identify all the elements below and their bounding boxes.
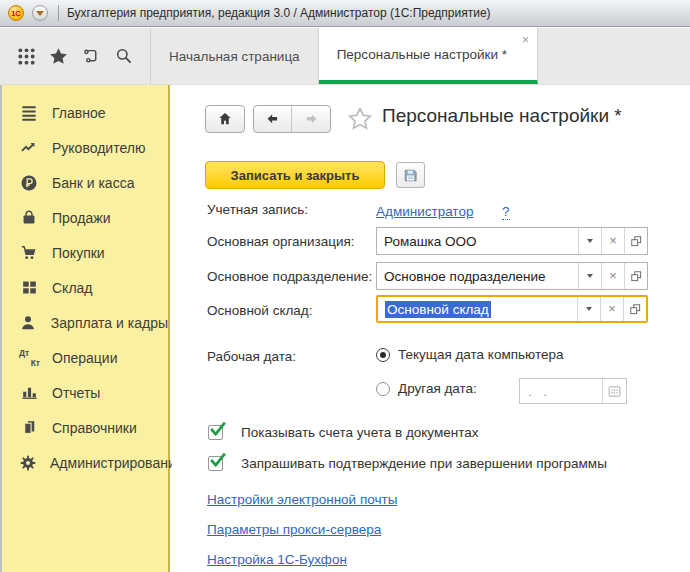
tab-personal-settings[interactable]: Персональные настройки * × bbox=[319, 28, 538, 84]
back-arrow-icon bbox=[264, 111, 281, 128]
organization-field[interactable]: Ромашка ООО × bbox=[376, 227, 648, 255]
trend-chart-icon bbox=[18, 137, 40, 159]
shopping-cart-icon bbox=[18, 242, 40, 264]
clear-icon: × bbox=[608, 304, 616, 314]
account-link[interactable]: Администратор bbox=[376, 202, 473, 220]
gear-icon bbox=[18, 452, 38, 474]
tab-bar: Начальная страница Персональные настройк… bbox=[0, 28, 690, 85]
other-date-field[interactable]: . . bbox=[519, 378, 627, 404]
sidebar-item-administration[interactable]: Администрирование bbox=[2, 445, 168, 480]
titlebar-divider bbox=[58, 5, 59, 21]
ruble-circle-icon bbox=[18, 172, 40, 194]
sidebar-item-label: Продажи bbox=[52, 210, 110, 226]
bar-chart-icon bbox=[18, 382, 40, 404]
personal-settings-form: Персональные настройки * Записать и закр… bbox=[172, 85, 690, 572]
sidebar-item-directories[interactable]: Справочники bbox=[2, 410, 168, 445]
department-field[interactable]: Основное подразделение × bbox=[376, 262, 648, 290]
sidebar-item-reports[interactable]: Отчеты bbox=[2, 375, 168, 410]
page-title: Персональные настройки * bbox=[382, 105, 622, 127]
sidebar-item-label: Банк и касса bbox=[52, 175, 134, 191]
chevron-down-icon bbox=[36, 11, 44, 16]
proxy-settings-link[interactable]: Параметры прокси-сервера bbox=[207, 520, 381, 538]
help-link[interactable]: ? bbox=[502, 202, 510, 220]
clear-button[interactable]: × bbox=[600, 297, 623, 321]
sections-sidebar: Главное Руководителю Банк и касса Продаж… bbox=[2, 85, 170, 572]
organization-value: Ромашка ООО bbox=[377, 228, 578, 254]
open-icon bbox=[629, 303, 642, 316]
sidebar-item-bank-cash[interactable]: Банк и касса bbox=[2, 165, 168, 200]
person-icon bbox=[18, 312, 39, 334]
tab-label: Начальная страница bbox=[169, 49, 300, 64]
sidebar-item-label: Руководителю bbox=[52, 140, 145, 156]
floppy-icon bbox=[402, 167, 419, 184]
radio-icon bbox=[376, 382, 390, 396]
forward-button[interactable] bbox=[292, 106, 330, 132]
sidebar-item-label: Склад bbox=[52, 280, 93, 296]
shopping-bag-icon bbox=[18, 207, 40, 229]
close-icon[interactable]: × bbox=[522, 35, 529, 45]
sidebar-item-label: Зарплата и кадры bbox=[51, 315, 168, 331]
open-button[interactable] bbox=[623, 297, 646, 321]
open-icon bbox=[630, 235, 643, 248]
checkbox-show-accounts[interactable]: Показывать счета учета в документах bbox=[208, 425, 478, 440]
sidebar-item-label: Администрирование bbox=[50, 455, 184, 471]
sidebar-item-warehouse[interactable]: Склад bbox=[2, 270, 168, 305]
checkbox-confirm-exit[interactable]: Запрашивать подтверждение при завершении… bbox=[208, 456, 607, 471]
open-button[interactable] bbox=[624, 263, 647, 289]
favorites-star-icon[interactable] bbox=[46, 43, 72, 69]
calendar-icon bbox=[607, 384, 622, 399]
department-value: Основное подразделение bbox=[377, 263, 578, 289]
radio-icon bbox=[376, 348, 390, 362]
warehouse-label: Основной склад: bbox=[207, 303, 312, 318]
sidebar-item-manager[interactable]: Руководителю bbox=[2, 130, 168, 165]
clear-button[interactable]: × bbox=[601, 263, 624, 289]
sidebar-item-label: Отчеты bbox=[52, 385, 100, 401]
sidebar-item-main[interactable]: Главное bbox=[2, 95, 168, 130]
history-icon[interactable] bbox=[78, 43, 104, 69]
checkbox-icon bbox=[208, 425, 223, 440]
history-nav-group bbox=[253, 105, 331, 133]
window-menu-button[interactable] bbox=[32, 5, 48, 21]
dropdown-button[interactable] bbox=[578, 263, 601, 289]
warehouse-value: Основной склад bbox=[378, 297, 577, 321]
home-button[interactable] bbox=[205, 105, 245, 133]
sidebar-item-purchases[interactable]: Покупки bbox=[2, 235, 168, 270]
sidebar-item-salary-hr[interactable]: Зарплата и кадры bbox=[2, 305, 168, 340]
sidebar-item-sales[interactable]: Продажи bbox=[2, 200, 168, 235]
warehouse-boxes-icon bbox=[18, 277, 40, 299]
chevron-down-icon bbox=[587, 239, 593, 243]
menu-lines-icon bbox=[18, 102, 40, 124]
sidebar-item-label: Покупки bbox=[52, 245, 105, 261]
back-button[interactable] bbox=[254, 106, 292, 132]
open-icon bbox=[630, 270, 643, 283]
books-icon bbox=[18, 417, 40, 439]
dropdown-button[interactable] bbox=[577, 297, 600, 321]
search-icon[interactable] bbox=[111, 43, 137, 69]
sidebar-item-operations[interactable]: ДтКт Операции bbox=[2, 340, 168, 375]
radio-other-date[interactable]: Другая дата: bbox=[376, 381, 477, 396]
save-button[interactable] bbox=[396, 162, 425, 188]
clear-icon: × bbox=[609, 236, 617, 246]
radio-current-date[interactable]: Текущая дата компьютера bbox=[376, 347, 563, 362]
chevron-down-icon bbox=[587, 274, 593, 278]
warehouse-field[interactable]: Основной склад × bbox=[376, 295, 648, 323]
menu-grid-icon[interactable] bbox=[13, 43, 39, 69]
debit-credit-icon: ДтКт bbox=[18, 347, 40, 369]
clear-button[interactable]: × bbox=[601, 228, 624, 254]
1c-logo-icon: 1С bbox=[8, 5, 24, 21]
email-settings-link[interactable]: Настройки электронной почты bbox=[207, 490, 397, 508]
sidebar-item-label: Справочники bbox=[52, 420, 137, 436]
window-title: Бухгалтерия предприятия, редакция 3.0 / … bbox=[67, 6, 491, 20]
tab-home-page[interactable]: Начальная страница bbox=[151, 28, 319, 84]
save-and-close-button[interactable]: Записать и закрыть bbox=[205, 161, 385, 189]
open-button[interactable] bbox=[624, 228, 647, 254]
service-toolbar bbox=[0, 28, 151, 84]
tab-label: Персональные настройки * bbox=[337, 47, 507, 62]
chevron-down-icon bbox=[586, 307, 592, 311]
date-placeholder: . . bbox=[520, 379, 602, 403]
titlebar: 1С Бухгалтерия предприятия, редакция 3.0… bbox=[0, 0, 690, 27]
dropdown-button[interactable] bbox=[578, 228, 601, 254]
buhphone-settings-link[interactable]: Настройка 1С-Бухфон bbox=[207, 550, 347, 568]
favorite-star-icon[interactable] bbox=[347, 106, 373, 136]
calendar-button[interactable] bbox=[602, 379, 626, 403]
